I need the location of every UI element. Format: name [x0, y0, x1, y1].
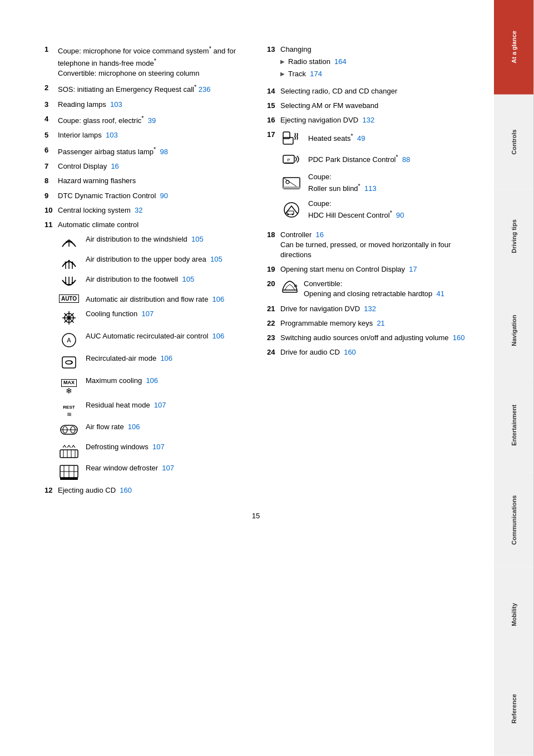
hardtop-icon	[280, 279, 299, 297]
list-item-16: 16 Ejecting navigation DVD 132	[267, 115, 467, 125]
page-link[interactable]: 41	[437, 289, 444, 298]
item-number: 17	[267, 130, 280, 225]
page-link[interactable]: 103	[106, 131, 118, 139]
sub-item-text: Air distribution to the windshield 105	[86, 234, 245, 244]
page-link[interactable]: 90	[160, 192, 168, 200]
item-number: 18	[267, 230, 280, 261]
page-link[interactable]: 236	[199, 86, 211, 94]
page-link[interactable]: 174	[310, 70, 322, 78]
page-link[interactable]: 21	[377, 319, 384, 327]
list-item: 4 Coupe: glass roof, electric* 39	[44, 114, 245, 126]
svg-point-44	[292, 213, 294, 215]
sub-item-row: MAX ❄ Maximum cooling 106	[58, 376, 245, 395]
item-content: Programmable memory keys 21	[280, 318, 467, 328]
sidebar-tab-controls[interactable]: Controls	[494, 95, 534, 189]
page-link[interactable]: 32	[135, 206, 142, 214]
sidebar-tab-reference[interactable]: Reference	[494, 661, 534, 756]
sidebar-tab-at-a-glance[interactable]: At a glance	[494, 0, 534, 95]
bullet-text: Track 174	[288, 69, 322, 79]
item-number: 22	[267, 318, 280, 328]
sub-item-text: Residual heat mode 107	[86, 400, 245, 410]
item-content: Convertible:Opening and closing retracta…	[280, 279, 467, 299]
sub-item-text: Rear window defroster 107	[86, 463, 245, 473]
sub-item-text: Recirculated-air mode 106	[86, 354, 245, 364]
sub-item-row: Cooling function 107	[58, 309, 245, 327]
page-link[interactable]: 17	[409, 265, 417, 273]
page-link[interactable]: 90	[396, 211, 404, 219]
airflow-icon	[58, 422, 80, 438]
sub-item-row: Defrosting windows 107	[58, 442, 245, 459]
list-item-14: 14 Selecting radio, CD and CD changer	[267, 86, 467, 96]
item-number: 13	[267, 45, 280, 82]
page-link[interactable]: 106	[146, 376, 158, 385]
page-link[interactable]: 160	[344, 348, 356, 356]
page-link[interactable]: 39	[148, 116, 156, 125]
sub-item-text: AUC Automatic recirculated-air control 1…	[86, 331, 245, 341]
pdc-row: P PDC Park Distance Control* 88	[280, 151, 467, 168]
page-link[interactable]: 49	[357, 135, 365, 143]
page-link[interactable]: 113	[364, 185, 377, 193]
item-number: 24	[267, 347, 280, 357]
item-content: Switching audio sources on/off and adjus…	[280, 333, 467, 343]
sub-item-row: Air distribution to the upper body area …	[58, 254, 245, 270]
defrost-icon	[58, 442, 80, 459]
page-link[interactable]: 160	[120, 486, 132, 494]
list-item-19: 19 Opening start menu on Control Display…	[267, 264, 467, 274]
sidebar-tab-communications[interactable]: Communications	[494, 473, 534, 567]
item-content: Ejecting navigation DVD 132	[280, 115, 467, 125]
page-link[interactable]: 105	[210, 255, 222, 263]
item-number: 2	[44, 83, 58, 95]
sidebar-tab-navigation[interactable]: Navigation	[494, 283, 534, 378]
item-number: 21	[267, 304, 280, 314]
bullet-item: ▶ Radio station 164	[280, 57, 467, 67]
page-link[interactable]: 106	[212, 332, 225, 340]
item-content: Selecting AM or FM waveband	[280, 101, 467, 111]
page-link[interactable]: 106	[160, 354, 172, 362]
item-number: 11	[44, 220, 58, 230]
page-link[interactable]: 16	[316, 230, 324, 239]
page-link[interactable]: 105	[182, 275, 194, 283]
item-content: Controller 16 Can be turned, pressed, or…	[280, 230, 467, 261]
page-link[interactable]: 107	[152, 443, 165, 451]
item-number: 7	[44, 161, 58, 171]
sub-item-row: Air flow rate 106	[58, 422, 245, 438]
auto-icon: AUTO	[58, 294, 80, 303]
sidebar-tab-driving-tips[interactable]: Driving tips	[494, 189, 534, 284]
page-link[interactable]: 107	[154, 401, 166, 409]
sub-item-text: Cooling function 107	[86, 309, 245, 319]
page-link[interactable]: 16	[111, 162, 118, 170]
sidebar-tab-entertainment[interactable]: Entertainment	[494, 378, 534, 473]
page-link[interactable]: 107	[141, 310, 154, 318]
page-link[interactable]: 132	[362, 116, 374, 124]
sub-item-row: A AUC Automatic recirculated-air control…	[58, 331, 245, 349]
svg-rect-45	[283, 290, 297, 292]
page-link[interactable]: 132	[364, 305, 376, 313]
svg-rect-39	[283, 186, 300, 189]
list-item: 3 Reading lamps 103	[44, 100, 245, 110]
page-container: 1 Coupe: microphone for voice command sy…	[0, 0, 534, 756]
page-link[interactable]: 107	[162, 464, 174, 472]
page-link[interactable]: 105	[191, 235, 204, 243]
page-link[interactable]: 103	[110, 100, 122, 109]
page-link[interactable]: 164	[334, 57, 347, 66]
page-link[interactable]: 106	[212, 295, 225, 303]
sub-item-text: Air flow rate 106	[86, 422, 245, 432]
page-link[interactable]: 88	[402, 156, 410, 164]
item-number: 3	[44, 100, 58, 110]
left-column: 1 Coupe: microphone for voice command sy…	[44, 45, 245, 500]
list-item-17: 17	[267, 130, 467, 225]
sidebar-tab-mobility[interactable]: Mobility	[494, 567, 534, 662]
two-col-layout: 1 Coupe: microphone for voice command sy…	[44, 45, 467, 500]
auto-label: AUTO	[59, 294, 79, 303]
list-item: 11 Automatic climate control	[44, 220, 245, 230]
item-number: 12	[44, 485, 58, 495]
page-link[interactable]: 98	[160, 148, 167, 156]
page-link[interactable]: 106	[128, 423, 140, 431]
sub-item-text: Coupe:Roller sun blind* 113	[308, 172, 467, 194]
roller-sun-icon	[280, 175, 303, 191]
page-link[interactable]: 160	[453, 333, 465, 342]
recirc-icon	[58, 354, 80, 371]
list-item: 2 SOS: initiating an Emergency Request c…	[44, 83, 245, 95]
item-content: Changing ▶ Radio station 164 ▶ Track 174	[280, 45, 467, 82]
sub-item-row: Air distribution to the footwell 105	[58, 274, 245, 290]
